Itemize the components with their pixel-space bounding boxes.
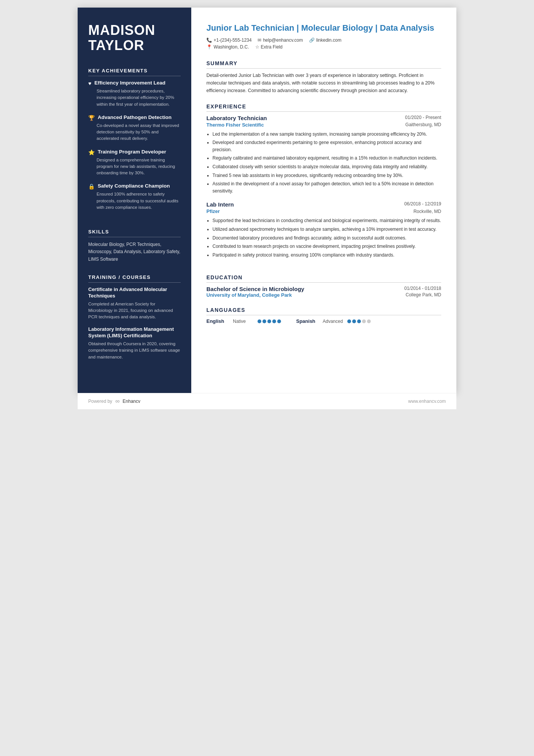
achievements-section: KEY ACHIEVEMENTS ♥ Efficiency Improvemen… [88,68,181,218]
lang-dot [272,319,276,323]
job-title: Junior Lab Technician | Molecular Biolog… [206,23,441,34]
lang-dots [347,319,371,323]
extra-contact: ☆ Extra Field [255,44,283,50]
summary-section: SUMMARY Detail-oriented Junior Lab Techn… [206,60,441,94]
achievement-name: Efficiency Improvement Lead [94,80,166,86]
edu-school-line: University of Maryland, College Park Col… [206,292,441,298]
lang-dot [347,319,351,323]
education-list: Bachelor of Science in Microbiology 01/2… [206,286,441,298]
lang-level: Native [233,319,254,324]
bullet-item: Led the implementation of a new sample t… [212,131,441,138]
bullet-item: Supported the lead technicians in conduc… [212,217,441,224]
training-item: Certificate in Advanced Molecular Techni… [88,286,181,321]
training-title: TRAINING / COURSES [88,274,181,283]
achievement-title: ⭐ Training Program Developer [88,149,181,155]
exp-header: Laboratory Technician 01/2020 - Present [206,115,441,121]
bullet-item: Assisted in the development of a novel a… [212,180,441,194]
exp-dates: 01/2020 - Present [405,115,441,120]
summary-text: Detail-oriented Junior Lab Technician wi… [206,72,441,94]
infinity-icon: ∞ [115,398,119,405]
language-item: English Native [206,318,281,324]
extra-field: Extra Field [261,44,283,50]
sidebar: MADISON TAYLOR KEY ACHIEVEMENTS ♥ Effici… [78,8,191,393]
exp-bullets: Led the implementation of a new sample t… [206,131,441,195]
training-item: Laboratory Information Management System… [88,326,181,360]
achievement-title: 🔒 Safety Compliance Champion [88,183,181,189]
experience-list: Laboratory Technician 01/2020 - Present … [206,115,441,259]
bullet-item: Developed and conducted experiments pert… [212,139,441,153]
exp-location: Rockville, MD [414,209,441,214]
achievement-name: Advanced Pathogen Detection [98,114,172,120]
achievement-desc: Co-developed a novel assay that improved… [88,122,181,142]
achievement-title: ♥ Efficiency Improvement Lead [88,80,181,86]
training-desc: Completed at American Society for Microb… [88,301,181,321]
lang-dot [262,319,266,323]
exp-company: Pfizer [206,208,220,214]
education-section: EDUCATION Bachelor of Science in Microbi… [206,274,441,298]
location-contact: 📍 Washington, D.C. [206,44,249,50]
training-desc: Obtained through Coursera in 2020, cover… [88,341,181,360]
exp-location: Gaithersburg, MD [405,122,441,127]
education-heading: EDUCATION [206,274,441,283]
languages-list: English Native Spanish Advanced [206,318,441,324]
achievements-list: ♥ Efficiency Improvement Lead Streamline… [88,80,181,211]
achievement-item: 🏆 Advanced Pathogen Detection Co-develop… [88,114,181,142]
bottom-footer: Powered by ∞ Enhancv www.enhancv.com [78,393,456,409]
exp-company-line: Thermo Fisher Scientific Gaithersburg, M… [206,122,441,128]
achievement-desc: Ensured 100% adherence to safety protoco… [88,191,181,211]
edu-location: College Park, MD [406,292,441,298]
linkedin-url: linkedin.com [316,38,342,43]
exp-bullets: Supported the lead technicians in conduc… [206,217,441,258]
edu-dates: 01/2014 - 01/2018 [404,286,441,291]
training-title: Laboratory Information Management System… [88,326,181,339]
resume-container: MADISON TAYLOR KEY ACHIEVEMENTS ♥ Effici… [78,8,456,393]
linkedin-contact: 🔗 linkedin.com [309,38,342,43]
achievement-item: ⭐ Training Program Developer Designed a … [88,149,181,177]
email-contact: ✉ help@enhancv.com [258,38,303,43]
email-icon: ✉ [258,38,261,43]
phone-contact: 📞 +1-(234)-555-1234 [206,38,251,43]
lang-dots [258,319,281,323]
phone-icon: 📞 [206,38,212,43]
achievements-title: KEY ACHIEVEMENTS [88,68,181,76]
achievement-icon: 🏆 [88,115,95,121]
languages-section: LANGUAGES English Native Spanish Advance… [206,307,441,324]
experience-section: EXPERIENCE Laboratory Technician 01/2020… [206,103,441,266]
achievement-item: ♥ Efficiency Improvement Lead Streamline… [88,80,181,108]
bullet-item: Utilized advanced spectrometry technique… [212,226,441,233]
lang-dot [357,319,361,323]
exp-company: Thermo Fisher Scientific [206,122,264,128]
training-section: TRAINING / COURSES Certificate in Advanc… [88,274,181,366]
lang-dot [367,319,371,323]
skills-text: Molecular Biology, PCR Techniques, Micro… [88,241,181,263]
language-item: Spanish Advanced [296,318,371,324]
edu-school: University of Maryland, College Park [206,292,292,298]
training-list: Certificate in Advanced Molecular Techni… [88,286,181,360]
education-entry: Bachelor of Science in Microbiology 01/2… [206,286,441,298]
achievement-item: 🔒 Safety Compliance Champion Ensured 100… [88,183,181,211]
exp-job-title: Laboratory Technician [206,115,267,121]
experience-heading: EXPERIENCE [206,103,441,112]
exp-job-title: Lab Intern [206,201,234,208]
exp-dates: 06/2018 - 12/2019 [404,201,441,207]
phone-number: +1-(234)-555-1234 [214,38,251,43]
lang-name: English [206,318,229,324]
achievement-name: Safety Compliance Champion [98,183,170,189]
exp-company-line: Pfizer Rockville, MD [206,208,441,214]
exp-header: Lab Intern 06/2018 - 12/2019 [206,201,441,208]
bullet-item: Documented laboratory procedures and fin… [212,235,441,242]
powered-by-text: Powered by [88,399,112,404]
contact-line-2: 📍 Washington, D.C. ☆ Extra Field [206,44,441,50]
skills-section: SKILLS Molecular Biology, PCR Techniques… [88,229,181,263]
location-text: Washington, D.C. [214,44,249,50]
lang-dot [267,319,271,323]
lang-dot [362,319,366,323]
edu-header: Bachelor of Science in Microbiology 01/2… [206,286,441,292]
edu-degree: Bachelor of Science in Microbiology [206,286,304,292]
languages-heading: LANGUAGES [206,307,441,315]
lang-name: Spanish [296,318,319,324]
linkedin-icon: 🔗 [309,38,315,43]
summary-heading: SUMMARY [206,60,441,69]
lang-dot [277,319,281,323]
footer-left: Powered by ∞ Enhancv [88,398,140,405]
